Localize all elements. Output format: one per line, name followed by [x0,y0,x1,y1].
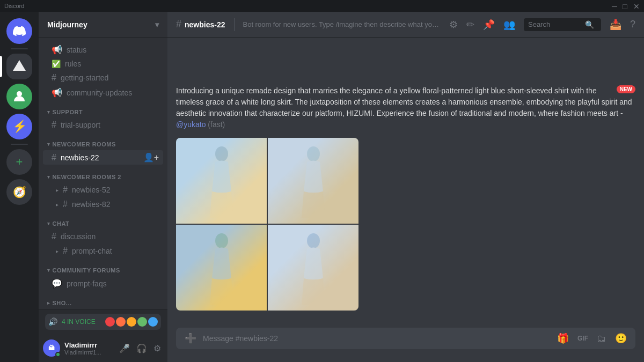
message-content: NEW Introducing a unique remade design t… [176,85,635,311]
svg-point-1 [215,146,228,161]
pin-icon[interactable]: 📌 [483,19,495,31]
channel-hash-icon: # [176,19,181,30]
hash-icon-newbies22: # [52,153,56,162]
message-suffix: (fast) [208,120,225,129]
channel-item-prompt-chat[interactable]: ▸ # prompt-chat [47,244,163,258]
mute-button[interactable]: 🎤 [117,341,132,356]
edit-icon[interactable]: ✏ [466,19,474,31]
category-caret-2: ▾ [47,142,50,147]
add-attachment-button[interactable]: ➕ [182,328,199,349]
category-support[interactable]: ▾ SUPPORT [39,100,167,117]
user-controls: 🎤 🎧 ⚙ [117,341,163,356]
channel-item-newbies-52[interactable]: ▸ # newbies-52 [47,183,163,197]
hash-icon-newbies52: # [63,185,68,195]
search-input[interactable] [528,20,582,28]
channel-item-trial-support[interactable]: # trial-support [43,118,163,132]
server-icon-midjourney[interactable] [6,54,32,79]
header-divider [234,18,235,31]
server-name: Midjourney [47,20,87,29]
channel-item-getting-started[interactable]: # getting-started [43,71,163,85]
members-icon[interactable]: 👥 [503,19,515,31]
category-newcomer-rooms[interactable]: ▾ NEWCOMER ROOMS [39,132,167,150]
channel-name-discussion: discussion [61,232,96,241]
gift-button[interactable]: 🎁 [555,330,571,346]
add-member-icon[interactable]: 👤+ [143,152,159,162]
server-icon-discord-home[interactable] [6,18,32,44]
category-chat[interactable]: ▾ CHAT [39,212,167,229]
fashion-image-2 [268,138,358,224]
chat-header: # newbies-22 Bot room for new users. Typ… [167,12,644,38]
channel-description: Bot room for new users. Type /imagine th… [243,20,443,28]
title-bar: Discord ─ □ ✕ [0,0,644,12]
channel-item-discussion[interactable]: # discussion [43,230,163,243]
message-actions: 🎁 GIF 🗂 🙂 [555,330,629,346]
server-icon-server2[interactable] [6,84,32,109]
fashion-image-4 [268,225,358,311]
hash-icon-discussion: # [52,232,56,241]
avatar-image: 🏔 [48,344,55,352]
message-input[interactable] [203,328,551,349]
image-grid [176,138,358,311]
channel-item-prompt-faqs[interactable]: 💬 prompt-faqs [43,276,163,291]
emoji-button[interactable]: 🙂 [613,330,629,346]
fashion-image-1 [176,138,267,224]
add-server-button[interactable]: + [6,149,32,175]
inbox-icon[interactable]: 📥 [610,19,621,31]
channel-item-rules[interactable]: ✅ rules [43,57,163,70]
category-newcomer-rooms-2[interactable]: ▾ NEWCOMER ROOMS 2 [39,165,167,182]
channel-item-community-updates[interactable]: 📢 community-updates [43,85,163,100]
channel-name-newbies-22: newbies-22 [61,153,99,162]
hash-icon: # [52,73,56,83]
svg-point-2 [307,146,320,161]
channel-item-status[interactable]: 📢 status [43,42,163,57]
server-icon-server3[interactable]: ⚡ [6,114,32,139]
message-input-area: ➕ 🎁 GIF 🗂 🙂 [167,328,644,362]
explore-servers-button[interactable]: 🧭 [6,179,32,205]
server-header[interactable]: Midjourney ▾ [39,12,167,38]
server-sidebar: ⚡ + 🧭 [0,12,39,362]
category-caret-3: ▾ [47,174,50,180]
user-avatar: 🏔 [43,339,60,357]
search-icon: 🔍 [585,20,594,29]
gif-button[interactable]: GIF [575,333,590,344]
channel-item-newbies-82[interactable]: ▸ # newbies-82 [47,197,163,211]
message-group: NEW Introducing a unique remade design t… [176,85,635,311]
channel-list: 📢 status ✅ rules # getting-started 📢 com… [39,38,167,309]
channel-name-rules: rules [65,60,81,68]
app-name: Discord [4,3,24,9]
search-bar[interactable]: 🔍 [524,18,601,31]
announcement-icon: 📢 [52,45,62,55]
user-info: Vladimirrr Vladimirrr#1... [64,341,113,356]
voice-avatars [105,317,158,327]
settings-button[interactable]: ⚙ [151,341,163,356]
speaker-icon: 🔊 [48,317,57,326]
help-icon[interactable]: ? [630,19,635,30]
svg-point-3 [215,233,228,248]
minimize-button[interactable]: ─ [612,3,618,9]
channel-name-status: status [67,46,86,54]
active-indicator [0,56,2,77]
server-dropdown-icon: ▾ [155,20,159,29]
new-badge: NEW [617,85,635,93]
category-community-forums[interactable]: ▾ COMMUNITY FORUMS [39,258,167,276]
mention-user[interactable]: @yukato [176,120,206,129]
category-label-support: SUPPORT [53,109,83,115]
channel-item-newbies-22[interactable]: # newbies-22 👤+ [43,150,163,165]
sticker-button[interactable]: 🗂 [595,331,609,346]
fashion-image-3 [176,225,267,311]
rules-icon: ✅ [52,60,61,68]
close-button[interactable]: ✕ [633,3,640,9]
message-input-box: ➕ 🎁 GIF 🗂 🙂 [176,328,635,349]
settings-icon[interactable]: ⚙ [449,19,458,31]
category-label-community-forums: COMMUNITY FORUMS [53,267,120,274]
maximize-button[interactable]: □ [623,3,629,9]
main-content: # newbies-22 Bot room for new users. Typ… [167,12,644,362]
voice-connected[interactable]: 🔊 4 IN VOICE [45,314,161,330]
user-tag: Vladimirrr#1... [64,349,113,356]
user-name: Vladimirrr [64,341,113,349]
hash-icon-newbies82: # [63,200,68,209]
deafen-button[interactable]: 🎧 [134,341,149,356]
category-caret-6: ▸ [47,300,50,306]
channel-name-prompt-chat: prompt-chat [72,247,112,255]
category-sho[interactable]: ▸ SHO... [39,291,167,308]
